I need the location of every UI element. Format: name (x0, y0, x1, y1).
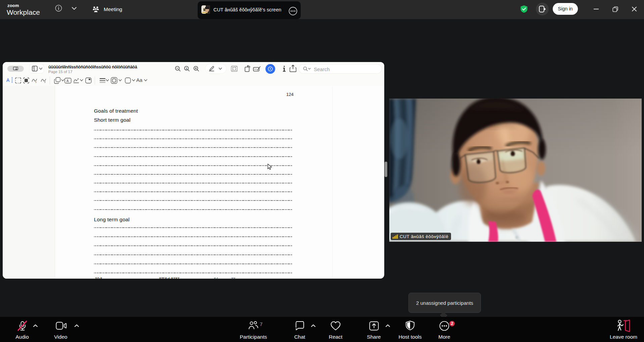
svg-text:A: A (66, 79, 69, 83)
svg-text:A: A (6, 77, 10, 83)
svg-text:2: 2 (44, 81, 46, 83)
svg-text:1: 1 (35, 81, 37, 83)
svg-text:1: 1 (186, 67, 187, 70)
